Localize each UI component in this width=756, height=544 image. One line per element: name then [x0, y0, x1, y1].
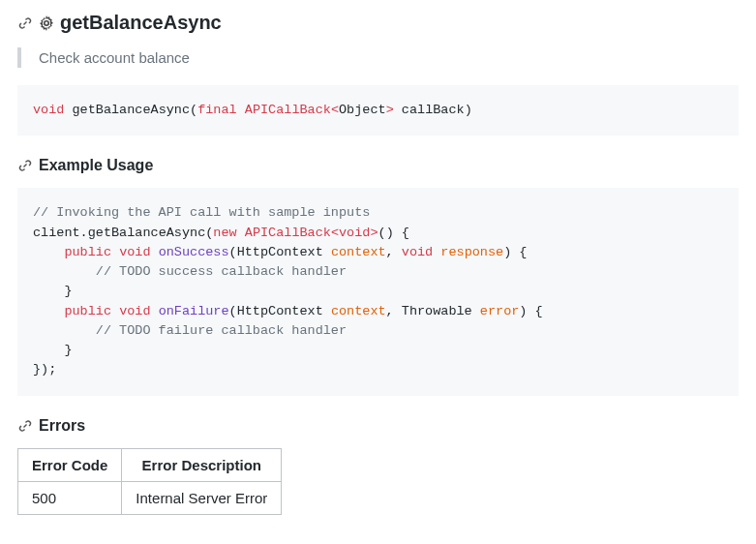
code-token: Object: [339, 103, 386, 117]
code-token: void: [402, 245, 433, 259]
errors-heading-text: Errors: [39, 417, 85, 435]
link-icon[interactable]: [17, 158, 33, 173]
code-token: [33, 323, 96, 338]
method-heading: getBalanceAsync: [17, 12, 739, 34]
col-error-description: Error Description: [122, 448, 282, 481]
code-token: [33, 245, 64, 259]
code-token: [111, 245, 119, 259]
code-token: context: [331, 245, 386, 259]
code-token: [151, 245, 159, 259]
code-token: final: [197, 103, 237, 117]
code-token: (HttpContext: [229, 245, 331, 259]
code-token: void: [339, 226, 370, 240]
code-token: [111, 304, 119, 318]
code-token: (HttpContext: [229, 304, 331, 318]
code-token: getBalanceAsync: [73, 103, 191, 117]
signature-code: void getBalanceAsync(final APICallBack<O…: [17, 85, 739, 136]
example-heading: Example Usage: [17, 157, 739, 174]
code-token: void: [119, 304, 150, 318]
cell-error-description: Internal Server Error: [122, 481, 282, 514]
code-token: <: [331, 226, 339, 240]
description-text: Check account balance: [39, 49, 190, 66]
code-token: // TODO success callback handler: [96, 264, 347, 279]
code-token: APICallBack: [245, 226, 331, 240]
code-token: // TODO failure callback handler: [96, 323, 347, 338]
code-token: [33, 264, 96, 279]
link-icon[interactable]: [17, 418, 33, 434]
gear-icon: [39, 15, 54, 31]
code-token: [151, 304, 159, 318]
code-token: [64, 103, 72, 117]
code-token: response: [440, 245, 503, 259]
code-token: context: [331, 304, 386, 318]
code-token: [237, 226, 245, 240]
code-token: APICallBack: [245, 103, 331, 117]
code-token: ) {: [519, 304, 542, 318]
code-token: >: [370, 226, 378, 240]
code-token: }: [33, 343, 73, 357]
method-description: Check account balance: [17, 47, 739, 68]
code-token: >: [386, 103, 394, 117]
link-icon[interactable]: [17, 15, 33, 31]
code-token: new: [213, 226, 236, 240]
code-token: [237, 103, 245, 117]
table-header-row: Error Code Error Description: [18, 448, 282, 481]
code-token: callBack): [394, 103, 472, 117]
code-token: public: [64, 245, 111, 259]
code-token: () {: [378, 226, 409, 240]
example-code: // Invoking the API call with sample inp…: [17, 188, 739, 395]
code-token: <: [331, 103, 339, 117]
col-error-code: Error Code: [18, 448, 122, 481]
code-token: ) {: [503, 245, 527, 259]
cell-error-code: 500: [18, 481, 122, 514]
code-token: error: [480, 304, 520, 318]
code-token: void: [33, 103, 64, 117]
errors-heading: Errors: [17, 417, 739, 435]
method-name: getBalanceAsync: [60, 12, 222, 34]
code-token: .: [80, 226, 88, 240]
code-token: ,: [386, 245, 402, 259]
table-row: 500 Internal Server Error: [18, 481, 282, 514]
example-heading-text: Example Usage: [39, 157, 153, 174]
code-token: getBalanceAsync: [88, 226, 206, 240]
code-token: client: [33, 226, 80, 240]
code-token: public: [64, 304, 111, 318]
errors-table: Error Code Error Description 500 Interna…: [17, 448, 282, 515]
code-token: // Invoking the API call with sample inp…: [33, 205, 370, 220]
code-token: void: [119, 245, 150, 259]
code-token: [33, 304, 64, 318]
code-token: onFailure: [159, 304, 229, 318]
code-token: }: [33, 284, 73, 298]
code-token: , Throwable: [386, 304, 480, 318]
code-token: });: [33, 362, 56, 377]
code-token: (: [190, 103, 197, 117]
code-token: onSuccess: [159, 245, 229, 259]
